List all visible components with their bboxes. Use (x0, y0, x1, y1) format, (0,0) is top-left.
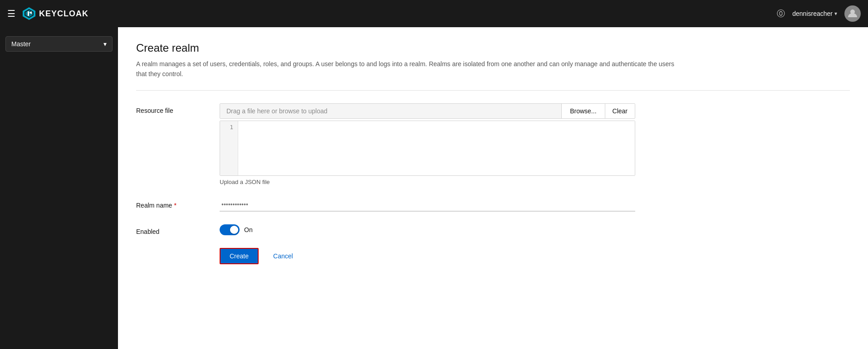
user-menu[interactable]: dennisreacher ▾ (792, 10, 837, 17)
resource-file-label: Resource file (136, 103, 209, 114)
code-editor: 1 (220, 121, 635, 176)
resource-file-row: Resource file Drag a file here or browse… (136, 103, 635, 185)
browse-button[interactable]: Browse... (561, 104, 604, 118)
help-icon[interactable]: ⓪ (777, 8, 785, 19)
main-content: Create realm A realm manages a set of us… (118, 27, 868, 349)
avatar[interactable] (844, 5, 861, 22)
line-number-1: 1 (225, 124, 233, 131)
toggle-state-text: On (244, 226, 253, 233)
divider (136, 90, 850, 91)
enabled-control: On (220, 224, 635, 235)
file-drag-text: Drag a file here or browse to upload (220, 104, 561, 118)
realm-selector-label: Master (11, 40, 31, 48)
logo-text: KEYCLOAK (39, 9, 88, 19)
topnav: ☰ KEYCLOAK ⓪ dennisreacher ▾ (0, 0, 868, 27)
realm-selector[interactable]: Master ▾ (5, 36, 113, 52)
keycloak-logo-icon (22, 6, 36, 21)
resource-file-control: Drag a file here or browse to upload Bro… (220, 103, 635, 185)
svg-rect-3 (28, 11, 29, 16)
code-textarea[interactable] (238, 121, 635, 175)
action-row: Create Cancel (136, 248, 635, 264)
create-realm-form: Resource file Drag a file here or browse… (136, 103, 635, 264)
create-button[interactable]: Create (220, 248, 259, 264)
hamburger-icon[interactable]: ☰ (7, 8, 15, 19)
toggle-row: On (220, 224, 635, 235)
user-name-text: dennisreacher (792, 10, 833, 17)
clear-button[interactable]: Clear (605, 104, 635, 118)
enabled-label: Enabled (136, 224, 209, 235)
realm-name-input[interactable] (220, 198, 635, 212)
realm-chevron-icon: ▾ (103, 40, 107, 48)
main-layout: Master ▾ Create realm A realm manages a … (0, 27, 868, 349)
page-title: Create realm (136, 42, 850, 54)
upload-hint: Upload a JSON file (220, 179, 635, 185)
toggle-slider (220, 224, 240, 235)
topnav-right: ⓪ dennisreacher ▾ (777, 5, 861, 22)
file-upload-area: Drag a file here or browse to upload Bro… (220, 103, 635, 119)
enabled-row: Enabled On (136, 224, 635, 235)
sidebar: Master ▾ (0, 27, 118, 349)
realm-name-label: Realm name* (136, 198, 209, 209)
logo-wrapper: KEYCLOAK (22, 6, 88, 21)
cancel-button[interactable]: Cancel (266, 249, 300, 263)
user-chevron-icon: ▾ (834, 10, 837, 17)
topnav-left: ☰ KEYCLOAK (7, 6, 88, 21)
required-star: * (174, 202, 176, 209)
enabled-toggle[interactable] (220, 224, 240, 235)
line-numbers: 1 (220, 121, 238, 175)
realm-name-row: Realm name* (136, 198, 635, 212)
page-description: A realm manages a set of users, credenti… (136, 59, 681, 79)
realm-name-control (220, 198, 635, 212)
